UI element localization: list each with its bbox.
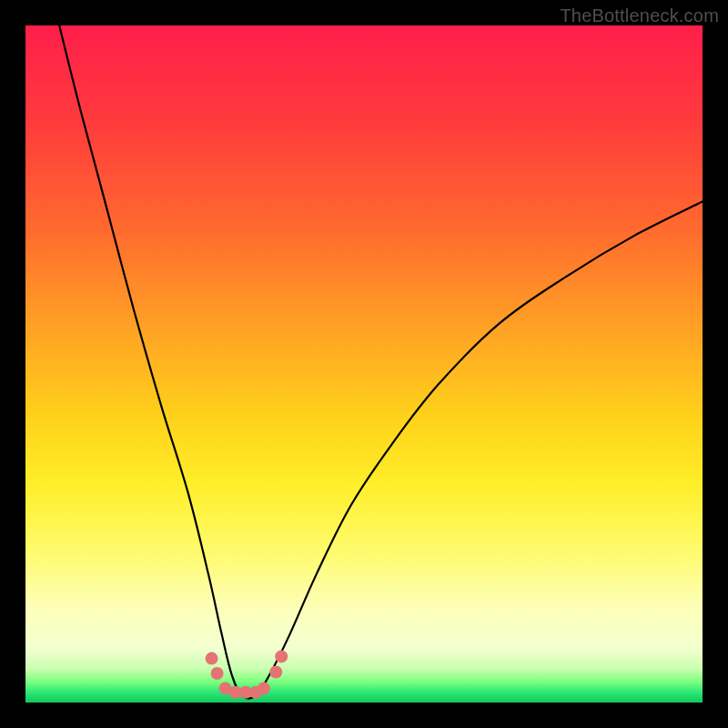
chart-frame: TheBottleneck.com <box>0 0 728 728</box>
trough-dot <box>275 650 288 662</box>
chart-plot-area <box>25 25 703 703</box>
trough-dot <box>258 682 270 694</box>
chart-svg <box>25 25 703 703</box>
trough-marker-group <box>206 650 288 698</box>
watermark-text: TheBottleneck.com <box>560 5 719 26</box>
trough-dot <box>269 666 282 679</box>
bottleneck-curve <box>59 25 703 699</box>
trough-dot <box>211 667 224 680</box>
trough-dot <box>206 652 218 665</box>
